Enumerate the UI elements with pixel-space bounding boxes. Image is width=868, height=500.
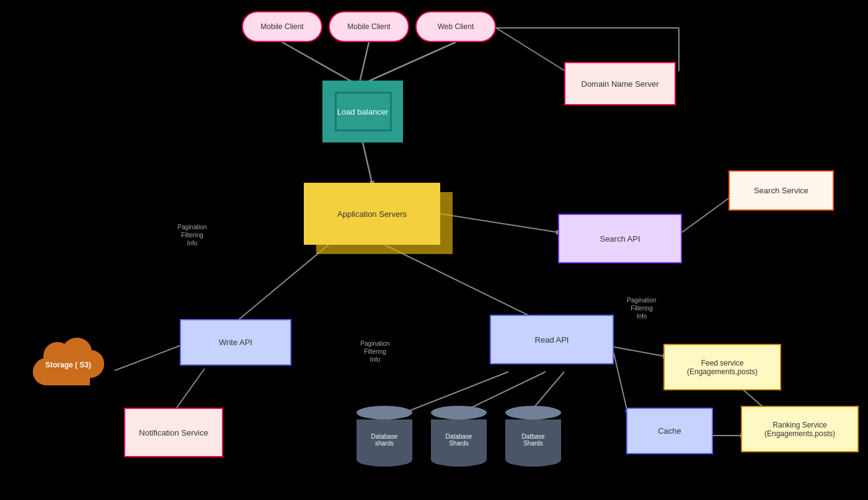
ranking-service: Ranking Service (Engagements,posts)	[741, 406, 859, 452]
search-api: Search API	[558, 214, 682, 263]
svg-line-10	[236, 245, 329, 322]
load-balancer: Load balancer	[322, 81, 403, 143]
svg-line-12	[384, 245, 542, 322]
read-api: Read API	[490, 315, 614, 364]
search-service: Search Service	[728, 170, 834, 211]
svg-line-4	[363, 143, 372, 183]
svg-line-6	[440, 214, 558, 232]
cache: Cache	[626, 408, 713, 454]
svg-line-0	[282, 42, 353, 82]
database-shard-3: DatbaseShards	[505, 406, 561, 467]
svg-line-2	[366, 42, 456, 82]
database-shard-1: Databaseshards	[356, 406, 412, 467]
svg-line-1	[360, 42, 369, 82]
svg-text:Storage ( S3): Storage ( S3)	[45, 361, 91, 369]
svg-line-3	[496, 28, 565, 71]
svg-line-14	[115, 346, 180, 371]
write-api: Write API	[180, 319, 291, 366]
svg-line-15	[174, 369, 205, 412]
domain-name-server: Domain Name Server	[564, 62, 676, 105]
svg-line-22	[614, 347, 665, 356]
svg-line-24	[614, 353, 627, 412]
svg-line-8	[682, 197, 730, 232]
pagination-label-2: PaginationFilteringInfo	[347, 340, 403, 364]
app-servers: Application Servers	[304, 183, 440, 245]
pagination-label-1: PaginationFilteringInfo	[161, 223, 223, 247]
feed-service: Feed service (Engagements,posts)	[663, 344, 781, 390]
web-client: Web Client	[415, 11, 496, 42]
storage-cloud: Storage ( S3)	[25, 331, 112, 400]
mobile-client-2: Mobile Client	[329, 11, 409, 42]
architecture-diagram: Mobile Client Mobile Client Web Client D…	[0, 0, 868, 500]
mobile-client-1: Mobile Client	[242, 11, 322, 42]
database-shard-2: DatabaseShards	[431, 406, 487, 467]
notification-service: Notification Service	[124, 408, 223, 457]
pagination-label-3: PaginationFilteringInfo	[614, 296, 670, 320]
